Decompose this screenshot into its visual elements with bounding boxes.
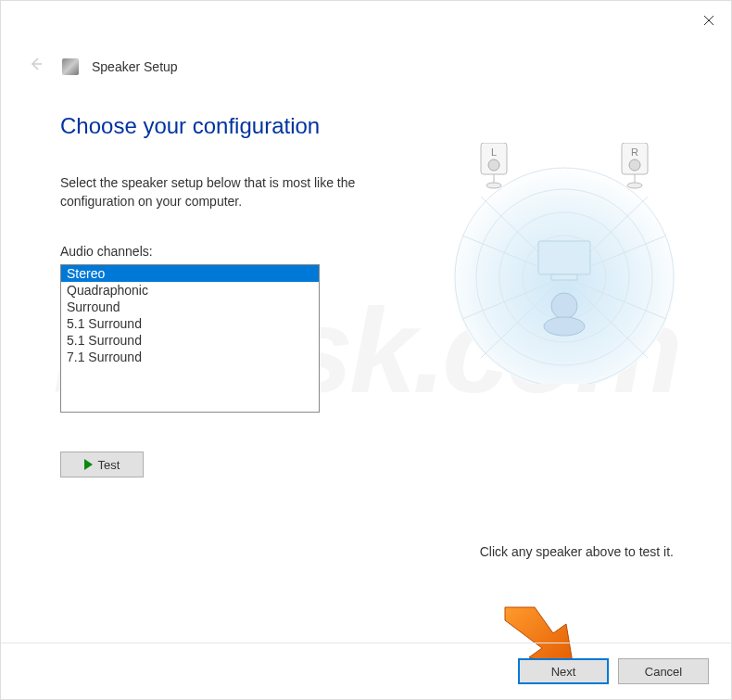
titlebar: [1, 1, 731, 40]
svg-point-20: [486, 183, 501, 188]
content-area: Choose your configuration Select the spe…: [1, 85, 731, 477]
dialog-window: PCrisk.com Speaker Setup Choose your con…: [0, 0, 732, 700]
back-arrow-icon: [27, 55, 49, 78]
left-speaker-icon: L: [481, 143, 507, 188]
right-speaker-icon: R: [622, 143, 648, 188]
svg-rect-12: [538, 241, 590, 274]
hint-text: Click any speaker above to test it.: [480, 544, 674, 559]
list-item[interactable]: Surround: [61, 299, 319, 315]
svg-text:L: L: [491, 146, 497, 158]
close-icon: [703, 15, 714, 26]
footer: Next Cancel: [518, 658, 709, 684]
svg-point-25: [627, 183, 642, 188]
list-item[interactable]: 5.1 Surround: [61, 332, 319, 349]
footer-separator: [1, 643, 731, 643]
cancel-button[interactable]: Cancel: [618, 658, 709, 684]
instruction-text: Select the speaker setup below that is m…: [60, 174, 375, 210]
svg-point-15: [544, 317, 585, 336]
test-button-label: Test: [98, 458, 120, 472]
svg-rect-13: [551, 274, 577, 280]
cancel-button-label: Cancel: [645, 665, 682, 679]
next-button[interactable]: Next: [518, 658, 609, 684]
svg-point-17: [488, 159, 499, 171]
speaker-icon: [62, 58, 79, 75]
page-heading: Choose your configuration: [60, 113, 677, 139]
test-button[interactable]: Test: [60, 452, 144, 477]
window-title: Speaker Setup: [92, 59, 178, 74]
svg-point-14: [551, 293, 577, 319]
next-button-label: Next: [551, 665, 576, 679]
play-icon: [84, 459, 93, 470]
close-button[interactable]: [690, 6, 727, 34]
list-item[interactable]: Stereo: [61, 265, 319, 282]
svg-text:R: R: [631, 146, 638, 158]
list-item[interactable]: 7.1 Surround: [61, 349, 319, 365]
list-item[interactable]: Quadraphonic: [61, 282, 319, 299]
list-item[interactable]: 5.1 Surround: [61, 315, 319, 332]
speaker-diagram: L R: [435, 143, 694, 384]
header: Speaker Setup: [1, 40, 731, 85]
svg-point-22: [629, 159, 640, 171]
audio-channels-listbox[interactable]: Stereo Quadraphonic Surround 5.1 Surroun…: [60, 264, 320, 413]
